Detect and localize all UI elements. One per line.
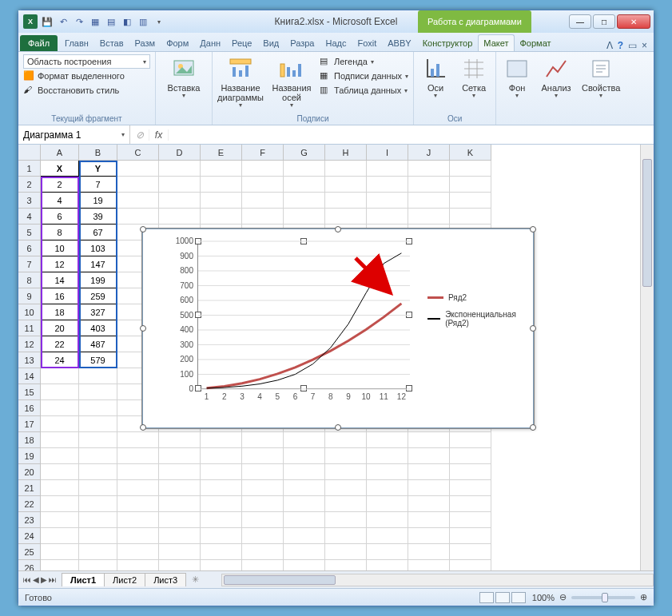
cell[interactable]: 4 [41, 193, 79, 209]
cell[interactable] [450, 560, 491, 570]
ribbon-tab[interactable]: Форм [161, 34, 194, 51]
sheet-tab[interactable]: Лист3 [145, 573, 186, 586]
cell[interactable] [242, 480, 284, 496]
column-header[interactable]: G [284, 145, 325, 161]
qat-icon-1[interactable]: ▦ [89, 15, 101, 28]
minimize-button[interactable]: — [569, 14, 591, 29]
cell[interactable] [367, 528, 408, 544]
name-box[interactable]: ▾ [18, 125, 130, 144]
cell[interactable] [367, 177, 408, 193]
cell[interactable] [408, 177, 450, 193]
cell[interactable]: 10 [41, 240, 79, 256]
cell[interactable] [284, 432, 325, 448]
cell[interactable] [242, 193, 284, 209]
cell[interactable] [159, 464, 201, 480]
row-header[interactable]: 8 [18, 272, 41, 288]
cell[interactable] [450, 512, 491, 528]
cell[interactable] [117, 560, 159, 570]
cell[interactable] [242, 512, 284, 528]
cell[interactable]: 22 [41, 336, 79, 352]
cell[interactable]: 14 [41, 272, 79, 288]
resize-handle-sw[interactable] [140, 424, 146, 431]
cell[interactable]: 67 [79, 225, 117, 240]
column-header[interactable]: I [367, 145, 408, 161]
cell[interactable] [367, 193, 408, 209]
column-header[interactable]: K [450, 145, 491, 161]
cell[interactable] [79, 416, 117, 432]
cell[interactable] [201, 177, 242, 193]
cell[interactable] [367, 560, 408, 570]
cell[interactable]: Y [79, 161, 117, 177]
resize-handle-ne[interactable] [530, 226, 536, 232]
ribbon-tab[interactable]: Надс [320, 34, 352, 51]
minimize-ribbon-icon[interactable]: ᐱ [606, 40, 613, 51]
qat-more-icon[interactable]: ▾ [153, 15, 165, 28]
cell[interactable] [450, 464, 491, 480]
cell[interactable] [201, 496, 242, 512]
ribbon-tab-context[interactable]: Конструктор [417, 34, 479, 51]
cell[interactable] [408, 480, 450, 496]
cell[interactable] [159, 480, 201, 496]
zoom-level[interactable]: 100% [532, 593, 555, 602]
data-table-button[interactable]: ▥Таблица данных ▾ [320, 83, 408, 97]
name-box-dropdown-icon[interactable]: ▾ [121, 131, 125, 138]
cell[interactable]: 327 [79, 304, 117, 320]
resize-handle-n[interactable] [335, 226, 341, 232]
cell[interactable] [367, 512, 408, 528]
row-header[interactable]: 25 [18, 544, 41, 560]
column-header[interactable]: A [41, 145, 79, 161]
cell[interactable] [159, 560, 201, 570]
page-break-view-button[interactable] [511, 592, 526, 603]
cell[interactable] [408, 432, 450, 448]
row-header[interactable]: 26 [18, 560, 41, 570]
cell[interactable] [201, 528, 242, 544]
cell[interactable] [41, 400, 79, 416]
cancel-formula-icon[interactable]: ⊘ [130, 129, 149, 141]
cell[interactable] [41, 384, 79, 400]
chart-legend[interactable]: Ряд2 Экспоненциальная (Ряд2) [427, 293, 523, 336]
row-header[interactable]: 6 [18, 240, 41, 256]
resize-handle-nw[interactable] [140, 226, 146, 232]
cell[interactable] [201, 448, 242, 464]
cell[interactable] [408, 528, 450, 544]
cell[interactable] [242, 432, 284, 448]
cell[interactable] [41, 432, 79, 448]
cell[interactable]: 259 [79, 288, 117, 304]
cell[interactable]: 24 [41, 352, 79, 368]
save-icon[interactable]: 💾 [41, 15, 54, 28]
cell[interactable] [284, 480, 325, 496]
column-header[interactable]: D [159, 145, 201, 161]
column-header[interactable]: E [201, 145, 242, 161]
cell[interactable] [325, 448, 367, 464]
cell[interactable] [159, 544, 201, 560]
cell[interactable] [408, 560, 450, 570]
page-layout-view-button[interactable] [495, 592, 510, 603]
cell[interactable] [284, 464, 325, 480]
cell[interactable] [325, 177, 367, 193]
file-tab[interactable]: Файл [20, 35, 58, 51]
resize-handle-se[interactable] [530, 424, 536, 431]
redo-icon[interactable]: ↷ [73, 15, 85, 28]
cell[interactable] [367, 480, 408, 496]
row-header[interactable]: 18 [18, 432, 41, 448]
cell[interactable]: 12 [41, 256, 79, 272]
chart-series[interactable] [207, 253, 402, 388]
plot-container[interactable]: 0100200300400500600700800900100012345678… [165, 237, 413, 405]
row-header[interactable]: 2 [18, 177, 41, 193]
ribbon-tab[interactable]: Встав [94, 34, 129, 51]
cell[interactable]: 403 [79, 320, 117, 336]
new-sheet-icon[interactable]: ✳ [185, 574, 205, 585]
cell[interactable] [117, 512, 159, 528]
cell[interactable] [408, 464, 450, 480]
cell[interactable]: 16 [41, 288, 79, 304]
sheet-nav-prev-icon[interactable]: ◀ [33, 575, 39, 584]
undo-icon[interactable]: ↶ [57, 15, 70, 28]
analysis-button[interactable]: Анализ▾ [538, 54, 575, 101]
cell[interactable] [41, 528, 79, 544]
cell[interactable] [41, 496, 79, 512]
cell[interactable] [325, 528, 367, 544]
cell[interactable] [408, 512, 450, 528]
row-header[interactable]: 15 [18, 384, 41, 400]
cell[interactable] [450, 480, 491, 496]
cell[interactable] [284, 496, 325, 512]
